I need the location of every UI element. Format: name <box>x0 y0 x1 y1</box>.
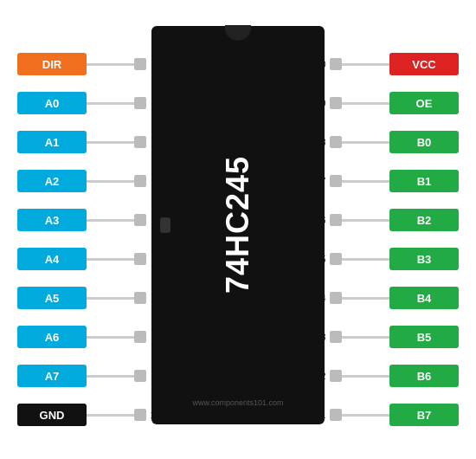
pin-connector-left-5 <box>134 214 146 226</box>
pin-wire-right-18 <box>342 141 389 144</box>
left-pin-row-6: A4 6 <box>17 245 162 273</box>
pin-wire-right-20 <box>342 63 389 66</box>
pin-wire-right-12 <box>342 375 389 378</box>
left-pin-row-9: A7 9 <box>17 362 162 390</box>
right-pin-row-14: B4 14 <box>314 284 459 312</box>
pin-label-13: B5 <box>389 326 459 348</box>
left-pin-row-7: A5 7 <box>17 284 162 312</box>
pin-label-12: B6 <box>389 365 459 387</box>
left-pin-row-3: A1 3 <box>17 128 162 156</box>
right-pin-row-16: B2 16 <box>314 206 459 234</box>
pin-connector-right-17 <box>330 175 342 187</box>
pin-wire-left-3 <box>87 141 134 144</box>
pin-label-1: DIR <box>17 53 87 75</box>
pin-label-18: B0 <box>389 131 459 153</box>
pin-label-19: OE <box>389 92 459 114</box>
right-pin-row-18: B0 18 <box>314 128 459 156</box>
pin-label-7: A5 <box>17 287 87 309</box>
pin-wire-left-6 <box>87 258 134 261</box>
pin-connector-right-20 <box>330 58 342 70</box>
ic-label: 74HC245 <box>220 156 256 294</box>
pin-connector-right-15 <box>330 253 342 265</box>
pin-label-10: GND <box>17 404 87 426</box>
pin-wire-right-14 <box>342 297 389 300</box>
left-pin-row-4: A2 4 <box>17 167 162 195</box>
pin-connector-right-16 <box>330 214 342 226</box>
pin-wire-left-7 <box>87 297 134 300</box>
pin-label-2: A0 <box>17 92 87 114</box>
right-pin-row-15: B3 15 <box>314 245 459 273</box>
pin-wire-left-4 <box>87 180 134 183</box>
pin-connector-left-3 <box>134 136 146 148</box>
pin-wire-left-9 <box>87 375 134 378</box>
pin-connector-right-19 <box>330 97 342 109</box>
pin-connector-left-1 <box>134 58 146 70</box>
pin-label-4: A2 <box>17 170 87 192</box>
pin-label-14: B4 <box>389 287 459 309</box>
pin-label-11: B7 <box>389 404 459 426</box>
right-pin-row-13: B5 13 <box>314 323 459 351</box>
pin-label-16: B2 <box>389 209 459 231</box>
pin-connector-right-11 <box>330 409 342 421</box>
pin-wire-left-10 <box>87 414 134 417</box>
right-pin-row-11: B7 11 <box>314 401 459 429</box>
pin-connector-left-2 <box>134 97 146 109</box>
left-pin-row-8: A6 8 <box>17 323 162 351</box>
right-pin-row-19: OE 19 <box>314 89 459 117</box>
pin-wire-right-17 <box>342 180 389 183</box>
pin-wire-right-16 <box>342 219 389 222</box>
pin-connector-right-13 <box>330 331 342 343</box>
right-pin-row-12: B6 12 <box>314 362 459 390</box>
pin-connector-left-7 <box>134 292 146 304</box>
pin-connector-right-18 <box>330 136 342 148</box>
pin-label-17: B1 <box>389 170 459 192</box>
pin-wire-left-5 <box>87 219 134 222</box>
left-pin-row-10: GND 10 <box>17 401 162 429</box>
pin-connector-left-4 <box>134 175 146 187</box>
pin-connector-left-8 <box>134 331 146 343</box>
pin-wire-left-2 <box>87 102 134 105</box>
pin-label-5: A3 <box>17 209 87 231</box>
pin-wire-left-1 <box>87 63 134 66</box>
right-pin-row-17: B1 17 <box>314 167 459 195</box>
pin-connector-right-14 <box>330 292 342 304</box>
pin-wire-right-19 <box>342 102 389 105</box>
pin-label-9: A7 <box>17 365 87 387</box>
pin-label-6: A4 <box>17 248 87 270</box>
pin-connector-left-9 <box>134 370 146 382</box>
pin-connector-right-12 <box>330 370 342 382</box>
pin-connector-left-10 <box>134 409 146 421</box>
pin-label-20: VCC <box>389 53 459 75</box>
pin-wire-right-13 <box>342 336 389 339</box>
pin-wire-left-8 <box>87 336 134 339</box>
pin-label-3: A1 <box>17 131 87 153</box>
ic-notch-left <box>160 217 170 233</box>
ic-body: 74HC245 <box>151 26 325 424</box>
pin-connector-left-6 <box>134 253 146 265</box>
pin-label-8: A6 <box>17 326 87 348</box>
left-pin-row-5: A3 5 <box>17 206 162 234</box>
pin-label-15: B3 <box>389 248 459 270</box>
ic-notch-top <box>225 25 251 41</box>
left-pin-row-1: DIR 1 <box>17 50 162 78</box>
left-pin-row-2: A0 2 <box>17 89 162 117</box>
pin-wire-right-15 <box>342 258 389 261</box>
watermark: www.components101.com <box>192 398 283 407</box>
right-pin-row-20: VCC 20 <box>314 50 459 78</box>
pin-wire-right-11 <box>342 414 389 417</box>
ic-diagram: 74HC245 www.components101.com DIR 1 A0 2… <box>0 0 476 459</box>
